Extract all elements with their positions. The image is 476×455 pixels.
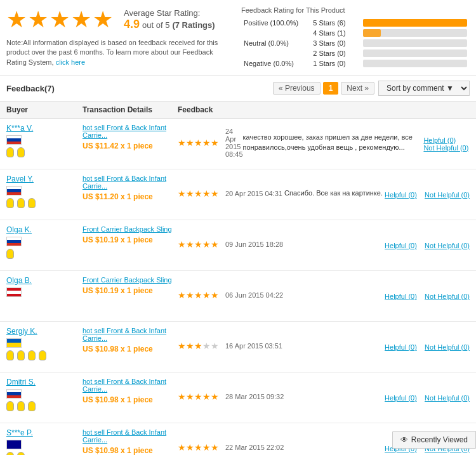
helpful-link[interactable]: Helpful (0) bbox=[385, 242, 417, 249]
recently-viewed-icon: 👁 bbox=[400, 435, 408, 444]
buyer-name[interactable]: Olga K. bbox=[6, 225, 32, 234]
sort-dropdown[interactable]: Sort by comment ▼ bbox=[378, 81, 470, 96]
product-name[interactable]: hot sell Front & Back Infant Carrie... bbox=[83, 124, 166, 139]
helpful-link[interactable]: Helpful (0) bbox=[423, 136, 456, 144]
helpful-link[interactable]: Helpful (0) bbox=[385, 191, 417, 199]
chart-row-two-stars: 2 Stars (0) bbox=[241, 48, 470, 58]
review-date: 06 Jun 2015 04:22 bbox=[225, 291, 283, 299]
table-row: Olga K. Front Carrier Backpack Sling US … bbox=[0, 220, 476, 271]
table-row: Dmitri S. hot sell Front & Back Infant C… bbox=[0, 373, 476, 423]
product-name[interactable]: hot sell Front & Back Infant Carrie... bbox=[83, 378, 166, 393]
buyer-medals bbox=[6, 198, 83, 208]
product-name[interactable]: Front Carrier Backpack Sling bbox=[83, 225, 172, 233]
stars-date: ★★★★★ 24 Apr 2015 08:45 bbox=[178, 128, 243, 158]
review-stars: ★★★★★ bbox=[178, 442, 219, 452]
stars-date: ★★★★★ 28 Mar 2015 09:32 bbox=[178, 392, 284, 402]
neutral-label: Neutral (0.0%) bbox=[241, 38, 310, 48]
four-stars-bar bbox=[360, 28, 470, 38]
buyer-name[interactable]: Olga B. bbox=[6, 276, 32, 285]
review-date: 09 Jun 2015 18:28 bbox=[225, 241, 283, 248]
two-stars-row-label bbox=[241, 48, 310, 58]
buyer-medals bbox=[6, 401, 83, 411]
review-date: 22 Mar 2015 22:02 bbox=[225, 444, 284, 451]
avg-rating-label: Average Star Rating: bbox=[124, 8, 215, 18]
not-helpful-link[interactable]: Not Helpful (0) bbox=[425, 293, 470, 300]
buyer-medals bbox=[6, 249, 83, 259]
helpful-link[interactable]: Helpful (0) bbox=[385, 293, 417, 300]
helpful-row: Helpful (0) Not Helpful (0) bbox=[423, 136, 470, 152]
review-stars: ★★★★★ bbox=[178, 239, 219, 249]
not-helpful-link[interactable]: Not Helpful (0) bbox=[423, 144, 468, 152]
buyer-flag bbox=[6, 186, 83, 195]
four-stars-label: 4 Stars (1) bbox=[310, 28, 360, 38]
price: US $11.42 x 1 piece bbox=[83, 142, 178, 150]
note-text: Note:All information displayed is based … bbox=[6, 38, 235, 67]
click-here-link[interactable]: click here bbox=[56, 58, 85, 66]
three-stars-bar bbox=[360, 38, 470, 48]
stars-date: ★★★★★ 16 Apr 2015 03:51 bbox=[178, 341, 282, 351]
review-comment: Спасибо. Все как на картинке. bbox=[284, 188, 383, 198]
avg-stars: ★★★★★ bbox=[6, 6, 114, 33]
buyer-flag bbox=[6, 287, 83, 297]
not-helpful-link[interactable]: Not Helpful (0) bbox=[425, 191, 470, 199]
price: US $10.98 x 1 piece bbox=[83, 395, 178, 404]
helpful-row: Helpful (0) Not Helpful (0) bbox=[385, 343, 470, 351]
helpful-link[interactable]: Helpful (0) bbox=[385, 343, 417, 351]
not-helpful-link[interactable]: Not Helpful (0) bbox=[425, 394, 470, 402]
two-stars-bar bbox=[360, 48, 470, 58]
avg-out-of: out of 5 bbox=[142, 20, 169, 30]
feedback-count: Feedback(7) bbox=[6, 84, 55, 93]
price: US $10.98 x 1 piece bbox=[83, 446, 178, 455]
prev-page-button[interactable]: « Previous bbox=[273, 82, 321, 95]
buyer-medals bbox=[6, 350, 83, 360]
review-stars: ★★★★★ bbox=[178, 341, 219, 351]
rating-chart: Positive (100.0%) 5 Stars (6) 4 Stars (1… bbox=[241, 18, 470, 69]
helpful-link[interactable]: Helpful (0) bbox=[385, 394, 417, 402]
recently-viewed-label: Recently Viewed bbox=[411, 435, 468, 444]
table-row: Sergiy K. hot sell Front & Back Infant C… bbox=[0, 322, 476, 373]
helpful-row: Helpful (0) Not Helpful (0) bbox=[385, 293, 470, 300]
chart-row-four-stars: 4 Stars (1) bbox=[241, 28, 470, 38]
table-header: Buyer Transaction Details Feedback bbox=[0, 102, 476, 119]
recently-viewed-button[interactable]: 👁 Recently Viewed bbox=[392, 431, 476, 449]
avg-rating-num: 4.9 bbox=[124, 18, 140, 31]
not-helpful-link[interactable]: Not Helpful (0) bbox=[425, 242, 470, 249]
table-row: K***a V. hot sell Front & Back Infant Ca… bbox=[0, 119, 476, 169]
pagination: « Previous 1 Next » bbox=[273, 82, 374, 95]
table-row: Pavel Y. hot sell Front & Back Infant Ca… bbox=[0, 169, 476, 220]
buyer-medals bbox=[6, 452, 83, 455]
buyer-name[interactable]: Sergiy K. bbox=[6, 327, 37, 336]
price: US $10.19 x 1 piece bbox=[83, 286, 178, 295]
three-stars-label: 3 Stars (0) bbox=[310, 38, 360, 48]
review-date: 20 Apr 2015 04:31 bbox=[225, 190, 282, 197]
product-name[interactable]: hot sell Front & Back Infant Carrie... bbox=[83, 327, 166, 342]
product-name[interactable]: hot sell Front & Back Infant Carrie... bbox=[83, 175, 166, 190]
buyer-name[interactable]: K***a V. bbox=[6, 124, 33, 133]
buyer-name[interactable]: S***e P. bbox=[6, 428, 33, 437]
stars-date: ★★★★★ 09 Jun 2015 18:28 bbox=[178, 239, 283, 249]
review-date: 28 Mar 2015 09:32 bbox=[225, 393, 284, 400]
buyer-flag bbox=[6, 338, 83, 348]
five-stars-bar bbox=[360, 18, 470, 28]
buyer-flag bbox=[6, 237, 83, 246]
buyer-flag bbox=[6, 389, 83, 399]
review-date: 16 Apr 2015 03:51 bbox=[225, 342, 282, 350]
not-helpful-link[interactable]: Not Helpful (0) bbox=[425, 343, 470, 351]
one-stars-label: 1 Stars (0) bbox=[310, 58, 360, 69]
chart-row-positive: Positive (100.0%) 5 Stars (6) bbox=[241, 18, 470, 28]
col-header-transaction: Transaction Details bbox=[83, 105, 178, 114]
current-page-button[interactable]: 1 bbox=[323, 82, 339, 95]
two-stars-label: 2 Stars (0) bbox=[310, 48, 360, 58]
buyer-flag bbox=[6, 135, 83, 145]
price: US $11.20 x 1 piece bbox=[83, 192, 178, 201]
stars-date: ★★★★★ 22 Mar 2015 22:02 bbox=[178, 442, 284, 452]
review-stars: ★★★★★ bbox=[178, 290, 219, 300]
review-stars: ★★★★★ bbox=[178, 188, 219, 199]
buyer-name[interactable]: Pavel Y. bbox=[6, 175, 34, 183]
product-name[interactable]: Front Carrier Backpack Sling bbox=[83, 276, 172, 284]
product-name[interactable]: hot sell Front & Back Infant Carrie... bbox=[83, 428, 166, 444]
review-stars: ★★★★★ bbox=[178, 138, 219, 148]
review-date: 24 Apr 2015 08:45 bbox=[225, 128, 243, 158]
buyer-name[interactable]: Dmitri S. bbox=[6, 378, 36, 386]
next-page-button[interactable]: Next » bbox=[341, 82, 374, 95]
